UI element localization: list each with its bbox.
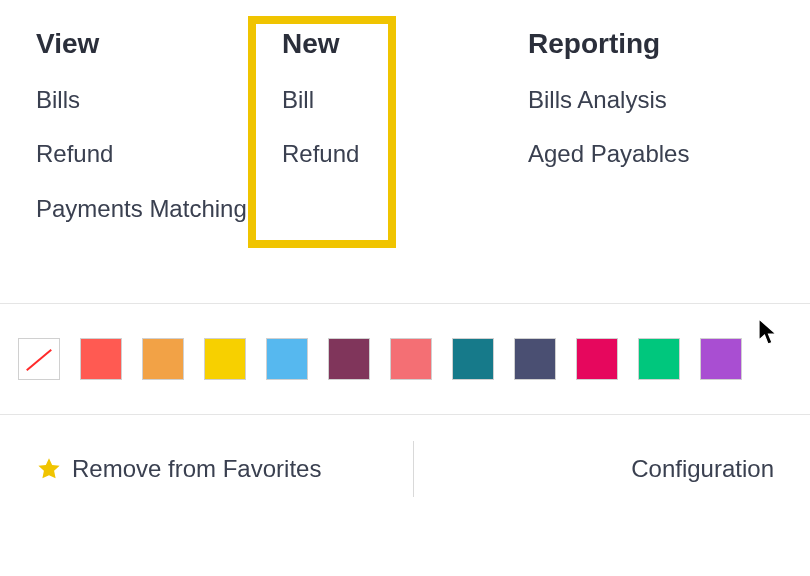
favorite-color-row [0, 304, 810, 415]
remove-from-favorites-button[interactable]: Remove from Favorites [36, 455, 321, 483]
menu-item-bills[interactable]: Bills [36, 84, 274, 116]
color-swatch-red-orange[interactable] [80, 338, 122, 380]
menu-item-new-refund[interactable]: Refund [282, 138, 520, 170]
dropdown-panel: View Bills Refund Payments Matching New … [0, 0, 810, 576]
color-swatch-salmon[interactable] [390, 338, 432, 380]
menu-col-view: View Bills Refund Payments Matching [36, 16, 282, 295]
col-heading-reporting: Reporting [528, 28, 766, 60]
footer-divider [413, 441, 414, 497]
menu-col-new: New Bill Refund [282, 16, 528, 295]
menu-item-view-refund[interactable]: Refund [36, 138, 274, 170]
remove-from-favorites-label: Remove from Favorites [72, 455, 321, 483]
panel-footer: Remove from Favorites Configuration [0, 415, 810, 523]
color-swatch-no-color[interactable] [18, 338, 60, 380]
color-swatch-purple[interactable] [700, 338, 742, 380]
color-swatch-orange[interactable] [142, 338, 184, 380]
menu-item-bills-analysis[interactable]: Bills Analysis [528, 84, 766, 116]
star-icon [36, 456, 62, 482]
menu-item-aged-payables[interactable]: Aged Payables [528, 138, 766, 170]
col-heading-view: View [36, 28, 274, 60]
color-swatch-yellow[interactable] [204, 338, 246, 380]
color-swatch-plum[interactable] [328, 338, 370, 380]
color-swatch-magenta[interactable] [576, 338, 618, 380]
configuration-link[interactable]: Configuration [631, 455, 774, 483]
menu-item-payments-matching[interactable]: Payments Matching [36, 193, 274, 225]
col-heading-new: New [282, 28, 520, 60]
color-swatch-teal[interactable] [452, 338, 494, 380]
color-swatch-emerald[interactable] [638, 338, 680, 380]
color-swatch-sky-blue[interactable] [266, 338, 308, 380]
menu-col-reporting: Reporting Bills Analysis Aged Payables [528, 16, 774, 295]
color-swatch-slate[interactable] [514, 338, 556, 380]
menu-item-new-bill[interactable]: Bill [282, 84, 520, 116]
menu-columns: View Bills Refund Payments Matching New … [0, 0, 810, 304]
